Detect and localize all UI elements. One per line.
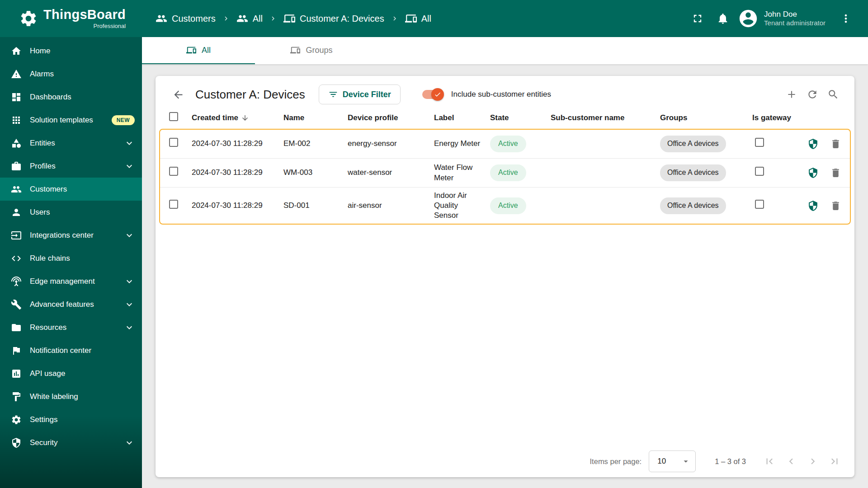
column-header-created-time[interactable]: Created time bbox=[192, 113, 283, 122]
sidebar-item-profiles[interactable]: Profiles bbox=[0, 155, 142, 178]
sidebar-item-notification-center[interactable]: Notification center bbox=[0, 339, 142, 362]
is-gateway-checkbox[interactable] bbox=[755, 200, 764, 209]
select-all-checkbox[interactable] bbox=[169, 112, 178, 121]
sidebar-item-white-labeling[interactable]: White labeling bbox=[0, 385, 142, 408]
sidebar-item-home[interactable]: Home bbox=[0, 39, 142, 62]
home-icon bbox=[11, 46, 22, 56]
items-per-page-select[interactable]: 10 bbox=[649, 450, 696, 472]
notifications-button[interactable] bbox=[712, 7, 734, 30]
sidebar: Home Alarms Dashboards Solution template… bbox=[0, 37, 142, 488]
user-menu-button[interactable] bbox=[835, 7, 857, 30]
next-page-button[interactable] bbox=[802, 450, 824, 472]
breadcrumb-item-customers[interactable]: Customers bbox=[156, 13, 216, 24]
table-row-wm-003[interactable]: 2024-07-30 11:28:29 WM-003 water-sensor … bbox=[160, 159, 850, 188]
include-sub-customer-toggle[interactable]: Include sub-customer entities bbox=[422, 90, 551, 99]
chevron-down-icon bbox=[124, 437, 135, 448]
refresh-button[interactable] bbox=[802, 84, 823, 105]
is-gateway-checkbox[interactable] bbox=[755, 138, 764, 147]
table-header: Created time Name Device profile Label S… bbox=[156, 108, 854, 129]
cell-name: SD-001 bbox=[283, 201, 348, 211]
column-header-name[interactable]: Name bbox=[283, 113, 348, 122]
breadcrumb-label: Customers bbox=[172, 14, 216, 24]
sidebar-item-solution-templates[interactable]: Solution templates NEW bbox=[0, 108, 142, 131]
filter-icon bbox=[328, 89, 338, 99]
cell-device-profile: energy-sensor bbox=[348, 139, 434, 149]
device-filter-button[interactable]: Device Filter bbox=[319, 84, 401, 104]
sidebar-item-settings[interactable]: Settings bbox=[0, 408, 142, 431]
toggle-track[interactable] bbox=[422, 90, 443, 99]
delete-button[interactable] bbox=[826, 134, 845, 154]
arrow-back-icon bbox=[172, 89, 184, 101]
row-checkbox[interactable] bbox=[169, 167, 178, 176]
top-bar: ThingsBoard Professional Customers All C… bbox=[0, 0, 868, 37]
manage-credentials-button[interactable] bbox=[803, 163, 823, 183]
advanced-features-icon bbox=[11, 299, 22, 310]
group-chip[interactable]: Office A devices bbox=[660, 197, 726, 214]
group-chip[interactable]: Office A devices bbox=[660, 136, 726, 152]
sidebar-item-rule-chains[interactable]: Rule chains bbox=[0, 247, 142, 270]
integrations-icon bbox=[11, 230, 22, 241]
sidebar-item-edge-management[interactable]: Edge management bbox=[0, 270, 142, 293]
breadcrumb-label: All bbox=[421, 14, 431, 24]
row-checkbox[interactable] bbox=[169, 200, 178, 209]
tab-groups[interactable]: Groups bbox=[255, 37, 368, 64]
column-header-is-gateway[interactable]: Is gateway bbox=[752, 113, 803, 122]
previous-page-button[interactable] bbox=[780, 450, 802, 472]
sidebar-item-alarms[interactable]: Alarms bbox=[0, 62, 142, 85]
sidebar-item-resources[interactable]: Resources bbox=[0, 316, 142, 339]
sidebar-item-customers[interactable]: Customers bbox=[0, 178, 142, 201]
last-page-button[interactable] bbox=[824, 450, 845, 472]
chevron-down-icon bbox=[124, 161, 135, 172]
row-checkbox[interactable] bbox=[169, 138, 178, 147]
column-header-state[interactable]: State bbox=[490, 113, 551, 122]
first-page-button[interactable] bbox=[759, 450, 780, 472]
search-button[interactable] bbox=[823, 84, 844, 105]
chevron-left-icon bbox=[785, 455, 797, 467]
avatar[interactable] bbox=[737, 7, 760, 30]
add-device-button[interactable] bbox=[781, 84, 802, 105]
column-header-label[interactable]: Label bbox=[434, 113, 490, 122]
paginator: Items per page: 10 1 – 3 of 3 bbox=[156, 446, 854, 477]
sidebar-item-entities[interactable]: Entities bbox=[0, 131, 142, 155]
search-icon bbox=[827, 89, 839, 100]
alarm-icon bbox=[11, 69, 22, 80]
breadcrumb: Customers All Customer A: Devices All bbox=[142, 13, 431, 24]
tab-all[interactable]: All bbox=[142, 37, 255, 64]
is-gateway-checkbox[interactable] bbox=[755, 167, 764, 176]
devices-icon bbox=[290, 45, 300, 55]
sidebar-item-dashboards[interactable]: Dashboards bbox=[0, 85, 142, 108]
chevron-down-icon bbox=[124, 276, 135, 287]
thingsboard-logo[interactable]: ThingsBoard Professional bbox=[0, 8, 142, 29]
column-header-sub-customer-name[interactable]: Sub-customer name bbox=[551, 113, 660, 122]
breadcrumb-item-all-customers[interactable]: All bbox=[236, 13, 263, 24]
sidebar-item-advanced-features[interactable]: Advanced features bbox=[0, 293, 142, 316]
sidebar-item-users[interactable]: Users bbox=[0, 201, 142, 224]
sidebar-item-security[interactable]: Security bbox=[0, 431, 142, 454]
check-icon bbox=[434, 91, 441, 98]
cell-label: Indoor Air Quality Sensor bbox=[434, 191, 490, 221]
sidebar-item-api-usage[interactable]: API usage bbox=[0, 362, 142, 385]
table-row-sd-001[interactable]: 2024-07-30 11:28:29 SD-001 air-sensor In… bbox=[160, 188, 850, 224]
customers-icon bbox=[11, 184, 22, 195]
settings-gear-icon bbox=[11, 414, 22, 425]
dashboards-icon bbox=[11, 92, 22, 103]
security-shield-icon bbox=[11, 437, 22, 448]
sort-descending-icon bbox=[241, 114, 249, 122]
tab-bar: All Groups bbox=[142, 37, 868, 64]
group-chip[interactable]: Office A devices bbox=[660, 164, 726, 181]
back-button[interactable] bbox=[168, 84, 188, 104]
breadcrumb-item-customer-a-devices[interactable]: Customer A: Devices bbox=[283, 13, 384, 24]
cell-name: EM-002 bbox=[283, 139, 348, 149]
column-header-groups[interactable]: Groups bbox=[660, 113, 752, 122]
user-role: Tenant administrator bbox=[764, 19, 826, 28]
sidebar-item-integrations-center[interactable]: Integrations center bbox=[0, 224, 142, 247]
manage-credentials-button[interactable] bbox=[803, 134, 823, 154]
delete-button[interactable] bbox=[826, 163, 845, 183]
column-header-device-profile[interactable]: Device profile bbox=[348, 113, 434, 122]
breadcrumb-item-all-devices[interactable]: All bbox=[405, 13, 431, 24]
delete-button[interactable] bbox=[826, 196, 845, 216]
manage-credentials-button[interactable] bbox=[803, 196, 823, 216]
table-row-em-002[interactable]: 2024-07-30 11:28:29 EM-002 energy-sensor… bbox=[160, 130, 850, 159]
notification-center-icon bbox=[11, 345, 22, 356]
fullscreen-button[interactable] bbox=[686, 7, 709, 30]
